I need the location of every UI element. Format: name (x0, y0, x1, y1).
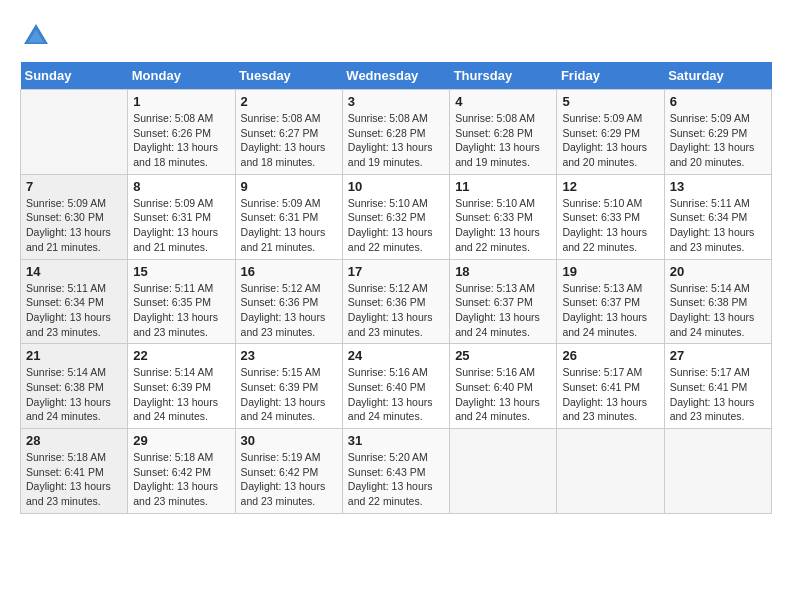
calendar-cell: 6Sunrise: 5:09 AM Sunset: 6:29 PM Daylig… (664, 90, 771, 175)
calendar-cell: 14Sunrise: 5:11 AM Sunset: 6:34 PM Dayli… (21, 259, 128, 344)
weekday-header: Tuesday (235, 62, 342, 90)
day-info: Sunrise: 5:13 AM Sunset: 6:37 PM Dayligh… (562, 281, 658, 340)
calendar-cell: 15Sunrise: 5:11 AM Sunset: 6:35 PM Dayli… (128, 259, 235, 344)
day-number: 17 (348, 264, 444, 279)
day-number: 2 (241, 94, 337, 109)
calendar-cell: 19Sunrise: 5:13 AM Sunset: 6:37 PM Dayli… (557, 259, 664, 344)
calendar-cell (450, 429, 557, 514)
day-number: 26 (562, 348, 658, 363)
day-info: Sunrise: 5:08 AM Sunset: 6:28 PM Dayligh… (455, 111, 551, 170)
day-number: 4 (455, 94, 551, 109)
calendar-cell: 2Sunrise: 5:08 AM Sunset: 6:27 PM Daylig… (235, 90, 342, 175)
day-number: 31 (348, 433, 444, 448)
calendar-cell: 8Sunrise: 5:09 AM Sunset: 6:31 PM Daylig… (128, 174, 235, 259)
day-number: 9 (241, 179, 337, 194)
calendar-cell: 17Sunrise: 5:12 AM Sunset: 6:36 PM Dayli… (342, 259, 449, 344)
calendar-cell: 21Sunrise: 5:14 AM Sunset: 6:38 PM Dayli… (21, 344, 128, 429)
calendar-cell: 12Sunrise: 5:10 AM Sunset: 6:33 PM Dayli… (557, 174, 664, 259)
calendar-cell: 3Sunrise: 5:08 AM Sunset: 6:28 PM Daylig… (342, 90, 449, 175)
day-info: Sunrise: 5:14 AM Sunset: 6:38 PM Dayligh… (670, 281, 766, 340)
calendar-cell: 18Sunrise: 5:13 AM Sunset: 6:37 PM Dayli… (450, 259, 557, 344)
calendar-cell: 28Sunrise: 5:18 AM Sunset: 6:41 PM Dayli… (21, 429, 128, 514)
calendar-cell: 27Sunrise: 5:17 AM Sunset: 6:41 PM Dayli… (664, 344, 771, 429)
day-number: 22 (133, 348, 229, 363)
day-number: 23 (241, 348, 337, 363)
day-number: 3 (348, 94, 444, 109)
day-info: Sunrise: 5:09 AM Sunset: 6:31 PM Dayligh… (241, 196, 337, 255)
calendar-cell (21, 90, 128, 175)
day-info: Sunrise: 5:20 AM Sunset: 6:43 PM Dayligh… (348, 450, 444, 509)
day-info: Sunrise: 5:09 AM Sunset: 6:31 PM Dayligh… (133, 196, 229, 255)
day-info: Sunrise: 5:14 AM Sunset: 6:39 PM Dayligh… (133, 365, 229, 424)
day-number: 1 (133, 94, 229, 109)
day-number: 14 (26, 264, 122, 279)
day-info: Sunrise: 5:14 AM Sunset: 6:38 PM Dayligh… (26, 365, 122, 424)
day-info: Sunrise: 5:17 AM Sunset: 6:41 PM Dayligh… (670, 365, 766, 424)
day-number: 12 (562, 179, 658, 194)
day-info: Sunrise: 5:16 AM Sunset: 6:40 PM Dayligh… (348, 365, 444, 424)
calendar-cell (557, 429, 664, 514)
day-info: Sunrise: 5:16 AM Sunset: 6:40 PM Dayligh… (455, 365, 551, 424)
day-info: Sunrise: 5:10 AM Sunset: 6:33 PM Dayligh… (455, 196, 551, 255)
day-number: 18 (455, 264, 551, 279)
day-number: 16 (241, 264, 337, 279)
day-number: 20 (670, 264, 766, 279)
calendar-cell: 11Sunrise: 5:10 AM Sunset: 6:33 PM Dayli… (450, 174, 557, 259)
calendar-week-row: 14Sunrise: 5:11 AM Sunset: 6:34 PM Dayli… (21, 259, 772, 344)
calendar-cell: 13Sunrise: 5:11 AM Sunset: 6:34 PM Dayli… (664, 174, 771, 259)
day-number: 19 (562, 264, 658, 279)
weekday-header-row: SundayMondayTuesdayWednesdayThursdayFrid… (21, 62, 772, 90)
day-number: 10 (348, 179, 444, 194)
day-info: Sunrise: 5:08 AM Sunset: 6:27 PM Dayligh… (241, 111, 337, 170)
calendar-cell: 16Sunrise: 5:12 AM Sunset: 6:36 PM Dayli… (235, 259, 342, 344)
calendar-cell: 25Sunrise: 5:16 AM Sunset: 6:40 PM Dayli… (450, 344, 557, 429)
weekday-header: Wednesday (342, 62, 449, 90)
weekday-header: Thursday (450, 62, 557, 90)
day-number: 29 (133, 433, 229, 448)
day-number: 25 (455, 348, 551, 363)
day-number: 27 (670, 348, 766, 363)
day-info: Sunrise: 5:18 AM Sunset: 6:41 PM Dayligh… (26, 450, 122, 509)
calendar-week-row: 28Sunrise: 5:18 AM Sunset: 6:41 PM Dayli… (21, 429, 772, 514)
calendar-cell (664, 429, 771, 514)
day-info: Sunrise: 5:12 AM Sunset: 6:36 PM Dayligh… (348, 281, 444, 340)
calendar-cell: 24Sunrise: 5:16 AM Sunset: 6:40 PM Dayli… (342, 344, 449, 429)
calendar-cell: 1Sunrise: 5:08 AM Sunset: 6:26 PM Daylig… (128, 90, 235, 175)
day-number: 28 (26, 433, 122, 448)
day-number: 6 (670, 94, 766, 109)
day-info: Sunrise: 5:11 AM Sunset: 6:35 PM Dayligh… (133, 281, 229, 340)
day-info: Sunrise: 5:13 AM Sunset: 6:37 PM Dayligh… (455, 281, 551, 340)
day-number: 8 (133, 179, 229, 194)
calendar-cell: 9Sunrise: 5:09 AM Sunset: 6:31 PM Daylig… (235, 174, 342, 259)
day-number: 11 (455, 179, 551, 194)
calendar-cell: 31Sunrise: 5:20 AM Sunset: 6:43 PM Dayli… (342, 429, 449, 514)
calendar-cell: 7Sunrise: 5:09 AM Sunset: 6:30 PM Daylig… (21, 174, 128, 259)
day-number: 21 (26, 348, 122, 363)
calendar-week-row: 1Sunrise: 5:08 AM Sunset: 6:26 PM Daylig… (21, 90, 772, 175)
day-number: 15 (133, 264, 229, 279)
day-number: 13 (670, 179, 766, 194)
day-info: Sunrise: 5:17 AM Sunset: 6:41 PM Dayligh… (562, 365, 658, 424)
weekday-header: Sunday (21, 62, 128, 90)
weekday-header: Monday (128, 62, 235, 90)
day-info: Sunrise: 5:12 AM Sunset: 6:36 PM Dayligh… (241, 281, 337, 340)
calendar-cell: 29Sunrise: 5:18 AM Sunset: 6:42 PM Dayli… (128, 429, 235, 514)
weekday-header: Friday (557, 62, 664, 90)
day-number: 5 (562, 94, 658, 109)
day-number: 7 (26, 179, 122, 194)
weekday-header: Saturday (664, 62, 771, 90)
calendar-cell: 23Sunrise: 5:15 AM Sunset: 6:39 PM Dayli… (235, 344, 342, 429)
day-number: 30 (241, 433, 337, 448)
day-info: Sunrise: 5:09 AM Sunset: 6:29 PM Dayligh… (670, 111, 766, 170)
calendar-cell: 4Sunrise: 5:08 AM Sunset: 6:28 PM Daylig… (450, 90, 557, 175)
calendar-cell: 30Sunrise: 5:19 AM Sunset: 6:42 PM Dayli… (235, 429, 342, 514)
day-info: Sunrise: 5:10 AM Sunset: 6:32 PM Dayligh… (348, 196, 444, 255)
day-info: Sunrise: 5:09 AM Sunset: 6:29 PM Dayligh… (562, 111, 658, 170)
calendar-cell: 20Sunrise: 5:14 AM Sunset: 6:38 PM Dayli… (664, 259, 771, 344)
page-header (20, 20, 772, 52)
day-info: Sunrise: 5:10 AM Sunset: 6:33 PM Dayligh… (562, 196, 658, 255)
calendar-cell: 10Sunrise: 5:10 AM Sunset: 6:32 PM Dayli… (342, 174, 449, 259)
calendar-week-row: 7Sunrise: 5:09 AM Sunset: 6:30 PM Daylig… (21, 174, 772, 259)
day-number: 24 (348, 348, 444, 363)
day-info: Sunrise: 5:19 AM Sunset: 6:42 PM Dayligh… (241, 450, 337, 509)
